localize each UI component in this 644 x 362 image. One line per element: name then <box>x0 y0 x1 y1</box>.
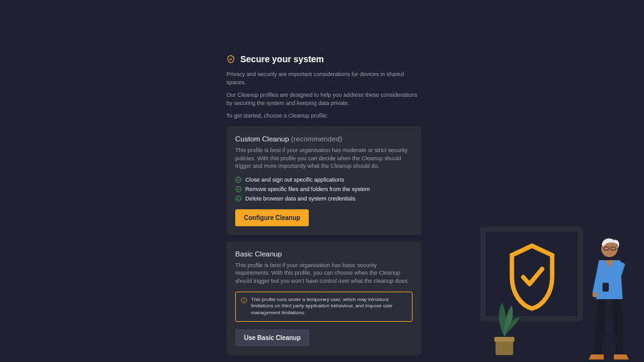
page-header: Secure your system <box>226 54 421 64</box>
svg-point-14 <box>592 292 597 297</box>
feature-text: Close and sign out specific applications <box>245 177 344 183</box>
info-icon <box>241 297 247 304</box>
list-item: Close and sign out specific applications <box>235 177 413 183</box>
list-item: Remove specific files and folders from t… <box>235 186 413 192</box>
custom-title-text: Custom Cleanup <box>235 135 289 143</box>
page-title: Secure your system <box>240 54 324 64</box>
use-basic-cleanup-button[interactable]: Use Basic Cleanup <box>235 329 309 346</box>
feature-text: Remove specific files and folders from t… <box>245 186 370 192</box>
check-circle-icon <box>235 177 242 183</box>
warning-text: This profile runs under a temporary user… <box>251 297 407 317</box>
svg-rect-9 <box>494 337 514 342</box>
intro-line-3: To get started, choose a Cleanup profile… <box>226 112 421 120</box>
shield-check-icon <box>226 55 235 63</box>
intro-line-1: Privacy and security are important consi… <box>226 70 421 86</box>
svg-rect-7 <box>486 232 578 316</box>
custom-cleanup-card: Custom Cleanup (recommended) This profil… <box>226 126 421 235</box>
custom-cleanup-desc: This profile is best if your organisatio… <box>235 146 413 170</box>
basic-cleanup-card: Basic Cleanup This profile is best if yo… <box>226 241 421 355</box>
custom-feature-list: Close and sign out specific applications… <box>235 177 413 202</box>
svg-point-10 <box>601 241 618 257</box>
check-circle-icon <box>235 195 242 202</box>
check-circle-icon <box>235 186 242 192</box>
warning-box: This profile runs under a temporary user… <box>235 292 413 322</box>
intro-line-2: Our Cleanup profiles are designed to hel… <box>226 91 421 107</box>
basic-cleanup-title: Basic Cleanup <box>235 250 413 258</box>
list-item: Delete browser data and system credentia… <box>235 195 413 202</box>
custom-cleanup-title: Custom Cleanup (recommended) <box>235 135 413 143</box>
feature-text: Delete browser data and system credentia… <box>245 195 355 202</box>
recommended-label: (recommended) <box>291 135 342 143</box>
svg-rect-8 <box>496 340 513 355</box>
configure-cleanup-button[interactable]: Configure Cleanup <box>235 209 309 226</box>
svg-rect-6 <box>480 227 583 321</box>
svg-rect-11 <box>604 247 609 250</box>
svg-rect-12 <box>611 247 616 250</box>
decorative-illustration <box>480 211 644 362</box>
basic-cleanup-desc: This profile is best if your organisatio… <box>235 261 413 285</box>
svg-rect-13 <box>602 283 609 292</box>
